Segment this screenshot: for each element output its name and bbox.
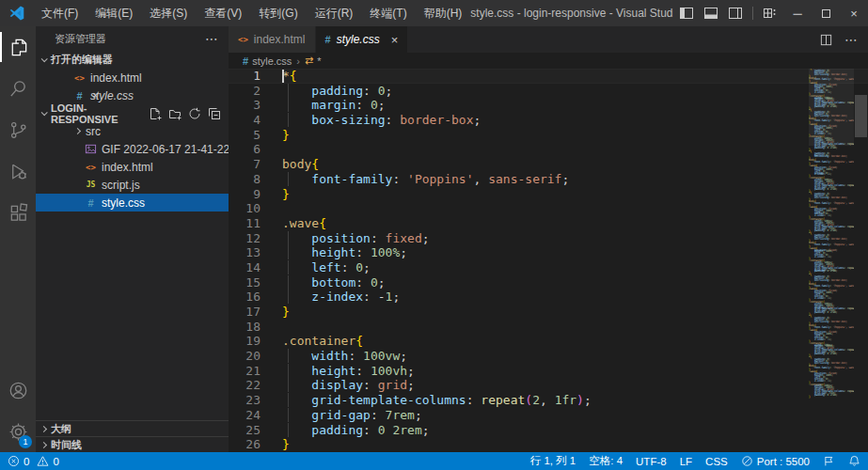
code-line-11[interactable]: 11.wave{ (229, 216, 868, 231)
code-line-2[interactable]: 2 padding: 0; (229, 84, 868, 99)
code-line-26[interactable]: 26} (229, 437, 868, 452)
code-line-18[interactable]: 18 (229, 320, 868, 335)
minimize-button[interactable]: ─ (783, 0, 812, 26)
code-line-8[interactable]: 8 font-family: 'Poppins', sans-serif; (229, 172, 868, 187)
problems-status[interactable]: 0 0 (8, 455, 59, 467)
breadcrumb-symbol[interactable]: * (317, 55, 321, 67)
account-icon[interactable] (0, 369, 36, 411)
breadcrumb-separator: › (296, 55, 300, 67)
live-server-port[interactable]: Port : 5500 (741, 455, 810, 467)
menu-item-3[interactable]: 查看(V) (196, 0, 250, 26)
extensions-icon[interactable] (0, 192, 36, 233)
code-line-19[interactable]: 19.container{ (229, 334, 868, 349)
collapse-all-icon[interactable] (208, 107, 221, 120)
cursor-position[interactable]: 行 1, 列 1 (530, 454, 576, 468)
notifications-bell-icon[interactable] (848, 455, 860, 467)
encoding[interactable]: UTF-8 (636, 456, 667, 467)
code-line-1[interactable]: 1*{ (229, 69, 868, 84)
line-number: 1 (229, 69, 260, 84)
toggle-sidebar-icon[interactable] (679, 6, 694, 21)
outline-section-header[interactable]: 大纲 (36, 420, 229, 436)
open-editor-style-css[interactable]: × # style.css (36, 86, 229, 104)
split-editor-icon[interactable] (819, 33, 833, 47)
code-line-12[interactable]: 12 position: fixed; (229, 231, 868, 246)
code-line-4[interactable]: 4 box-sizing: border-box; (229, 113, 868, 128)
warning-icon (37, 455, 49, 467)
line-number: 7 (229, 157, 260, 172)
line-number: 20 (229, 349, 260, 364)
vertical-scrollbar[interactable] (855, 95, 867, 137)
menu-item-7[interactable]: 帮助(H) (416, 0, 471, 26)
new-file-icon[interactable] (149, 107, 162, 120)
open-editors-label: 打开的编辑器 (51, 53, 113, 67)
code-line-22[interactable]: 22 display: grid; (229, 378, 868, 393)
code-line-3[interactable]: 3 margin: 0; (229, 98, 868, 113)
code-line-5[interactable]: 5} (229, 128, 868, 143)
chevron-down-icon (41, 55, 48, 62)
editor-group: <> index.html # style.css × ⋯ # style.cs… (229, 26, 868, 452)
code-line-16[interactable]: 16 z-index: -1; (229, 290, 868, 305)
code-line-14[interactable]: 14 left: 0; (229, 260, 868, 275)
run-debug-icon[interactable] (0, 150, 36, 192)
menu-item-1[interactable]: 编辑(E) (87, 0, 141, 26)
menu-item-5[interactable]: 运行(R) (307, 0, 362, 26)
tree-item-gif[interactable]: GIF 2022-06-17 21-41-22.gif (36, 140, 229, 158)
code-line-6[interactable]: 6 (229, 142, 868, 157)
line-number: 5 (229, 128, 260, 143)
breadcrumb-file[interactable]: style.css (252, 55, 292, 67)
close-editor-icon[interactable]: × (92, 89, 99, 102)
tab-index-html[interactable]: <> index.html (229, 26, 316, 53)
tree-item-label: style.css (102, 196, 145, 210)
editor-more-actions-icon[interactable]: ⋯ (844, 32, 859, 47)
tab-style-css[interactable]: # style.css × (316, 26, 409, 53)
code-line-20[interactable]: 20 width: 100vw; (229, 349, 868, 364)
explorer-sidebar: 资源管理器 ⋯ 打开的编辑器 <> index.html × # style.c… (36, 26, 229, 452)
code-line-23[interactable]: 23 grid-template-columns: repeat(2, 1fr)… (229, 393, 868, 408)
tree-item-style-css[interactable]: # style.css (36, 194, 229, 212)
js-file-icon: JS (85, 180, 97, 189)
close-tab-icon[interactable]: × (391, 33, 399, 47)
code-line-17[interactable]: 17} (229, 305, 868, 320)
toggle-secondary-sidebar-icon[interactable] (728, 6, 743, 21)
code-line-13[interactable]: 13 height: 100%; (229, 245, 868, 260)
search-icon[interactable] (0, 68, 36, 109)
sidebar-title: 资源管理器 (55, 32, 106, 46)
timeline-section-header[interactable]: 时间线 (36, 436, 229, 452)
refresh-icon[interactable] (188, 107, 201, 120)
explorer-icon[interactable] (0, 26, 36, 68)
code-line-24[interactable]: 24 grid-gap: 7rem; (229, 408, 868, 423)
toggle-panel-icon[interactable] (703, 6, 718, 21)
language-mode[interactable]: CSS (705, 456, 728, 467)
menu-item-6[interactable]: 终端(T) (361, 0, 415, 26)
minimap[interactable]: *{ padding: 0; margin: 0; box-sizing: bo… (809, 69, 854, 452)
open-editors-section-header[interactable]: 打开的编辑器 (36, 51, 229, 69)
code-editor[interactable]: 1*{2 padding: 0;3 margin: 0;4 box-sizing… (229, 69, 868, 452)
menu-item-2[interactable]: 选择(S) (141, 0, 196, 26)
line-number: 21 (229, 364, 260, 379)
source-control-icon[interactable] (0, 109, 36, 150)
code-line-25[interactable]: 25 padding: 0 2rem; (229, 423, 868, 438)
explorer-more-actions-icon[interactable]: ⋯ (205, 31, 219, 46)
tree-item-src[interactable]: src (36, 122, 229, 140)
code-line-10[interactable]: 10 (229, 201, 868, 216)
maximize-button[interactable] (812, 0, 840, 26)
customize-layout-icon[interactable] (763, 6, 778, 21)
folder-section-header[interactable]: LOGIN-RESPONSIVE (36, 104, 229, 122)
indentation[interactable]: 空格: 4 (589, 454, 623, 468)
titlebar-separator (752, 7, 753, 20)
feedback-icon[interactable] (823, 455, 835, 467)
eol-sequence[interactable]: LF (680, 456, 692, 467)
open-editor-index-html[interactable]: <> index.html (36, 69, 229, 86)
tree-item-script-js[interactable]: JS script.js (36, 176, 229, 194)
code-line-15[interactable]: 15 bottom: 0; (229, 275, 868, 290)
chevron-right-icon (74, 128, 81, 134)
new-folder-icon[interactable] (168, 107, 181, 120)
tree-item-index-html[interactable]: <> index.html (36, 158, 229, 176)
menu-item-4[interactable]: 转到(G) (250, 0, 306, 26)
code-line-21[interactable]: 21 height: 100vh; (229, 364, 868, 379)
code-line-7[interactable]: 7body{ (229, 157, 868, 172)
settings-gear-icon[interactable]: 1 (0, 411, 36, 452)
menu-item-0[interactable]: 文件(F) (33, 0, 87, 26)
close-button[interactable]: × (840, 0, 868, 26)
code-line-9[interactable]: 9} (229, 187, 868, 202)
